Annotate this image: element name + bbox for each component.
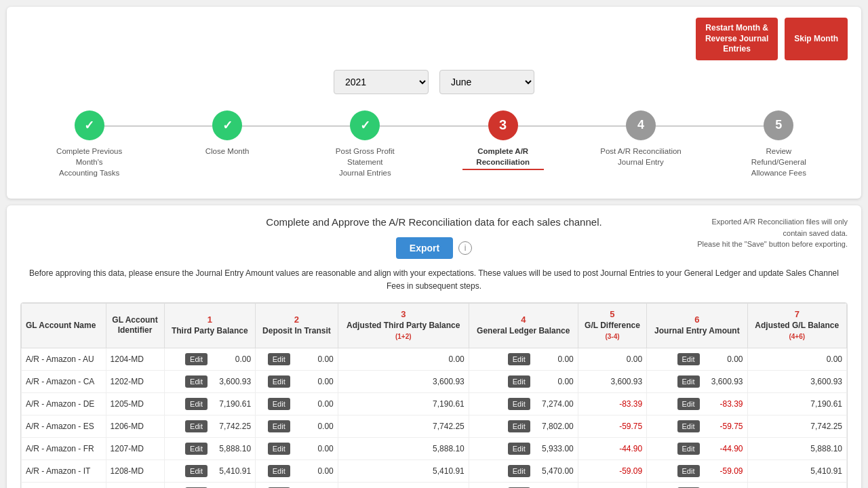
export-button[interactable]: Export <box>396 237 453 259</box>
edit-button[interactable]: Edit <box>185 465 208 477</box>
edit-button[interactable]: Edit <box>268 465 290 477</box>
warning-text: Before approving this data, please ensur… <box>20 267 848 293</box>
step-2-label: Close Month <box>205 146 250 157</box>
cell-gl-balance: Edit15,333.00 <box>469 482 578 488</box>
edit-button[interactable]: Edit <box>508 398 530 410</box>
cell-name: A/R - Amazon - ES <box>22 415 106 437</box>
edit-button[interactable]: Edit <box>508 465 530 477</box>
cell-je-amount: Edit2,505.87 <box>647 482 747 488</box>
col-gl-account-id: GL AccountIdentifier <box>106 304 164 348</box>
step-4-label: Complete A/R Reconciliation <box>462 146 544 170</box>
cell-adjusted-tp: 7,190.61 <box>338 392 469 415</box>
col-adj-gl: 7Adjusted G/L Balance(4+6) <box>747 304 847 348</box>
step-4: 3 Complete A/R Reconciliation <box>434 110 572 170</box>
edit-button[interactable]: Edit <box>677 375 700 388</box>
table-row: A/R - Amazon - DE 1205-MD Edit7,190.61 E… <box>22 392 847 415</box>
edit-button[interactable]: Edit <box>677 398 700 410</box>
cell-adj-gl: 17,838.87 <box>747 482 847 488</box>
cell-gl-diff: 0.00 <box>578 348 646 370</box>
edit-button[interactable]: Edit <box>185 420 208 432</box>
edit-button[interactable]: Edit <box>268 398 290 410</box>
edit-button[interactable]: Edit <box>508 375 530 388</box>
step-5: 4 Post A/R ReconciliationJournal Entry <box>572 110 709 167</box>
cell-adjusted-tp: 3,600.93 <box>338 370 469 392</box>
steps-row: ✓ Complete Previous Month'sAccounting Ta… <box>20 110 848 178</box>
edit-button[interactable]: Edit <box>268 443 290 455</box>
cell-gl-diff: -59.75 <box>578 415 646 437</box>
edit-button[interactable]: Edit <box>677 420 700 432</box>
table-row: A/R - Amazon - FR 1207-MD Edit5,888.10 E… <box>22 437 847 460</box>
cell-gl-balance: Edit7,802.00 <box>469 415 578 437</box>
edit-button[interactable]: Edit <box>508 443 530 455</box>
step-3-label: Post Gross Profit StatementJournal Entri… <box>324 146 406 178</box>
cell-id: 1206-MD <box>106 415 164 437</box>
cell-adjusted-tp: 5,888.10 <box>338 437 469 460</box>
edit-button[interactable]: Edit <box>185 353 208 365</box>
step-2: ✓ Close Month <box>158 110 296 157</box>
edit-button[interactable]: Edit <box>185 398 208 410</box>
table-row: A/R - Amazon - AU 1204-MD Edit0.00 Edit0… <box>22 348 847 370</box>
col-gl-account-name: GL Account Name <box>22 304 106 348</box>
edit-button[interactable]: Edit <box>677 353 700 365</box>
table-row: A/R - Amazon - UK 1203-MD Edit4,256.87 E… <box>22 482 847 488</box>
edit-button[interactable]: Edit <box>677 465 700 477</box>
step-1-circle: ✓ <box>75 110 104 140</box>
cell-adj-gl: 3,600.93 <box>747 370 847 392</box>
cell-deposit: Edit0.00 <box>256 437 338 460</box>
edit-button[interactable]: Edit <box>508 353 530 365</box>
step-3-circle: ✓ <box>350 110 380 140</box>
cell-je-amount: Edit-59.09 <box>647 460 747 482</box>
cell-deposit: Edit0.00 <box>256 392 338 415</box>
month-select[interactable]: JanuaryFebruaryMarch AprilMayJune JulyAu… <box>439 70 534 94</box>
ar-reconciliation-table: GL Account Name GL AccountIdentifier 1Th… <box>20 302 848 488</box>
edit-button[interactable]: Edit <box>677 443 700 455</box>
cell-je-amount: Edit0.00 <box>647 348 747 370</box>
edit-button[interactable]: Edit <box>268 375 290 388</box>
cell-deposit: Edit13,582.00 <box>256 482 338 488</box>
col-gl-balance: 4General Ledger Balance <box>469 304 578 348</box>
cell-name: A/R - Amazon - UK <box>22 482 106 488</box>
edit-button[interactable]: Edit <box>508 420 530 432</box>
edit-button[interactable]: Edit <box>185 443 208 455</box>
step-6-label: Review Refund/GeneralAllowance Fees <box>738 146 819 178</box>
step-5-circle: 4 <box>626 110 656 140</box>
cell-id: 1205-MD <box>106 392 164 415</box>
year-select[interactable]: 2020 2021 2022 <box>334 70 429 94</box>
cell-adjusted-tp: 0.00 <box>338 348 469 370</box>
cell-gl-balance: Edit5,470.00 <box>469 460 578 482</box>
cell-gl-diff: -83.39 <box>578 392 646 415</box>
step-1-label: Complete Previous Month'sAccounting Task… <box>49 146 130 178</box>
cell-name: A/R - Amazon - FR <box>22 437 106 460</box>
cell-third-party: Edit5,888.10 <box>164 437 256 460</box>
cell-je-amount: Edit-83.39 <box>647 392 747 415</box>
skip-month-button[interactable]: Skip Month <box>785 18 848 60</box>
edit-button[interactable]: Edit <box>268 420 290 432</box>
step-2-circle: ✓ <box>212 110 242 140</box>
col-deposit: 2Deposit In Transit <box>256 304 338 348</box>
col-adjusted-tp: 3Adjusted Third Party Balance(1+2) <box>338 304 469 348</box>
cell-third-party: Edit5,410.91 <box>164 460 256 482</box>
cell-gl-diff: 2,505.87 <box>578 482 646 488</box>
table-row: A/R - Amazon - ES 1206-MD Edit7,742.25 E… <box>22 415 847 437</box>
cell-adj-gl: 7,190.61 <box>747 392 847 415</box>
edit-button[interactable]: Edit <box>185 375 208 388</box>
cell-adj-gl: 7,742.25 <box>747 415 847 437</box>
cell-je-amount: Edit-59.75 <box>647 415 747 437</box>
step-6: 5 Review Refund/GeneralAllowance Fees <box>710 110 848 178</box>
cell-adj-gl: 5,888.10 <box>747 437 847 460</box>
cell-deposit: Edit0.00 <box>256 370 338 392</box>
cell-adj-gl: 5,410.91 <box>747 460 847 482</box>
edit-button[interactable]: Edit <box>268 353 290 365</box>
step-4-circle: 3 <box>488 110 518 140</box>
top-actions: Restart Month &Reverse JournalEntries Sk… <box>20 18 848 60</box>
cell-name: A/R - Amazon - CA <box>22 370 106 392</box>
cell-gl-diff: -44.90 <box>578 437 646 460</box>
cell-name: A/R - Amazon - IT <box>22 460 106 482</box>
col-gl-diff: 5G/L Difference(3-4) <box>578 304 646 348</box>
cell-adjusted-tp: 17,838.87 <box>338 482 469 488</box>
cell-gl-diff: 3,600.93 <box>578 370 646 392</box>
col-je-amount: 6Journal Entry Amount <box>647 304 747 348</box>
cell-gl-balance: Edit0.00 <box>469 370 578 392</box>
cell-third-party: Edit0.00 <box>164 348 256 370</box>
restart-month-button[interactable]: Restart Month &Reverse JournalEntries <box>696 18 778 60</box>
